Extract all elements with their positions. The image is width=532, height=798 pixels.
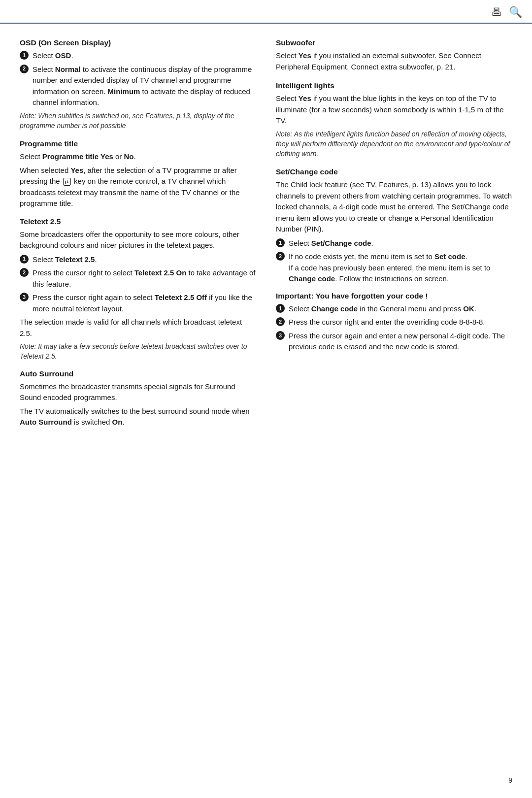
teletext-step-2: 2 Press the cursor right to select Telet…	[20, 267, 256, 290]
teletext-step-num-3: 3	[20, 293, 29, 301]
teletext-step-num-2: 2	[20, 268, 29, 277]
setcode-step-2: 2 If no code exists yet, the menu item i…	[276, 251, 512, 285]
teletext-note: Note: It may take a few seconds before t…	[20, 341, 256, 362]
search-icon[interactable]: 🔍	[509, 6, 522, 19]
imp-step-num-3: 3	[276, 331, 285, 340]
setcode-text1: The Child lock feature (see TV, Features…	[276, 179, 512, 235]
important-title-text: Important: You have forgotten your code …	[276, 292, 428, 300]
imp-step2-text: Press the cursor right and enter the ove…	[289, 317, 512, 328]
intlights-text: Select Yes if you want the blue lights i…	[276, 93, 512, 127]
teletext-step1-text: Select Teletext 2.5.	[33, 254, 256, 266]
auto-surround-title: Auto Surround	[20, 369, 256, 378]
prog-text-1: Select Programme title Yes or No.	[20, 151, 256, 163]
osd-step-1: 1 Select OSD.	[20, 50, 256, 62]
programme-title-text: Programme title	[20, 139, 78, 148]
osd-step1-text: Select OSD.	[33, 50, 256, 62]
subwoofer-title: Subwoofer	[276, 38, 512, 47]
teletext-valid: The selection made is valid for all chan…	[20, 317, 256, 339]
setcode-step-1: 1 Select Set/Change code.	[276, 238, 512, 249]
top-bar: 🖶 🔍	[0, 0, 532, 24]
subwoofer-text: Select Yes if you installed an external …	[276, 50, 512, 72]
setcode-step1-text: Select Set/Change code.	[289, 238, 512, 249]
teletext-title-text: Teletext 2.5	[20, 217, 61, 226]
auto-text-2: The TV automatically switches to the bes…	[20, 406, 256, 428]
intlights-note: Note: As the Intelligent lights function…	[276, 129, 512, 159]
info-icon: i+	[63, 178, 71, 186]
teletext-step-num-1: 1	[20, 255, 29, 264]
prog-text-2: When selected Yes, after the selection o…	[20, 165, 256, 209]
teletext-section-title: Teletext 2.5	[20, 217, 256, 226]
print-icon[interactable]: 🖶	[491, 6, 502, 19]
imp-step-num-1: 1	[276, 304, 285, 313]
teletext-step2-text: Press the cursor right to select Teletex…	[33, 267, 256, 290]
imp-step-3: 3 Press the cursor again and enter a new…	[276, 331, 512, 353]
setcode-step2-text: If no code exists yet, the menu item is …	[289, 251, 512, 285]
page-number: 9	[508, 776, 512, 784]
setcode-step-num-1: 1	[276, 238, 285, 247]
osd-step-2: 2 Select Normal to activate the continuo…	[20, 64, 256, 108]
auto-text-1: Sometimes the broadcaster transmits spec…	[20, 381, 256, 403]
programme-title-heading: Programme title	[20, 139, 256, 148]
imp-step1-text: Select Change code in the General menu a…	[289, 303, 512, 315]
setcode-title-text: Set/Change code	[276, 167, 338, 176]
teletext-step-1: 1 Select Teletext 2.5.	[20, 254, 256, 266]
imp-step3-text: Press the cursor again and enter a new p…	[289, 331, 512, 353]
teletext-step-3: 3 Press the cursor right again to select…	[20, 292, 256, 314]
imp-step-num-2: 2	[276, 317, 285, 326]
osd-note: Note: When subtitles is switched on, see…	[20, 111, 256, 131]
important-title: Important: You have forgotten your code …	[276, 292, 512, 300]
subwoofer-title-text: Subwoofer	[276, 38, 315, 47]
setcode-title: Set/Change code	[276, 167, 512, 176]
right-column: Subwoofer Select Yes if you installed an…	[271, 38, 512, 431]
teletext-step3-text: Press the cursor right again to select T…	[33, 292, 256, 314]
imp-step-1: 1 Select Change code in the General menu…	[276, 303, 512, 315]
left-column: OSD (On Screen Display) 1 Select OSD. 2 …	[20, 38, 256, 431]
auto-surround-text: Auto Surround	[20, 369, 73, 378]
imp-step-2: 2 Press the cursor right and enter the o…	[276, 317, 512, 328]
intelligent-lights-title: Intelligent lights	[276, 81, 512, 90]
osd-title-text: OSD (On Screen Display)	[20, 38, 111, 47]
setcode-step-num-2: 2	[276, 252, 285, 261]
osd-step2-text: Select Normal to activate the continuous…	[33, 64, 256, 108]
teletext-intro: Some broadcasters offer the opportunity …	[20, 229, 256, 251]
step-num-2: 2	[20, 65, 29, 73]
content-area: OSD (On Screen Display) 1 Select OSD. 2 …	[0, 24, 532, 445]
osd-section-title: OSD (On Screen Display)	[20, 38, 256, 47]
toolbar-icons: 🖶 🔍	[491, 6, 522, 19]
intelligent-lights-text: Intelligent lights	[276, 81, 334, 90]
step-num-1: 1	[20, 51, 29, 60]
